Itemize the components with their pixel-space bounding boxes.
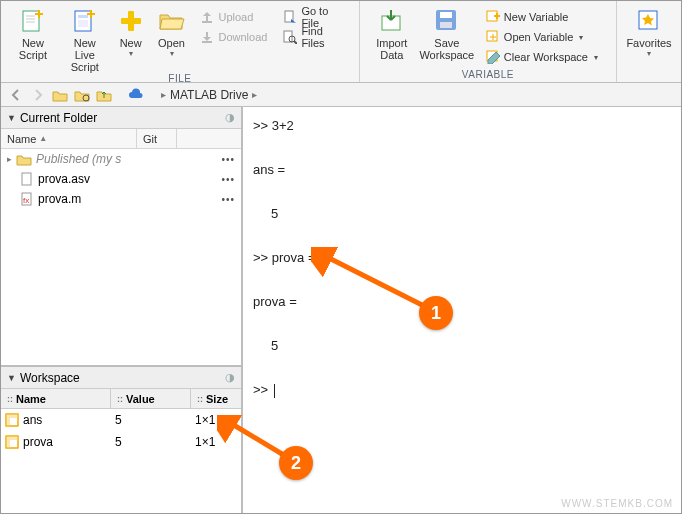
- script-plus-icon: [19, 7, 47, 35]
- col-git[interactable]: Git: [137, 129, 177, 148]
- folder-name: Published (my s: [36, 152, 121, 166]
- workspace-row[interactable]: ans 5 1×1: [1, 409, 241, 431]
- up-folder-button[interactable]: [51, 86, 69, 104]
- svg-rect-8: [78, 20, 88, 27]
- breadcrumb-sep-icon: ▸: [161, 89, 166, 100]
- find-files-button[interactable]: Find Files: [279, 27, 352, 47]
- open-variable-label: Open Variable: [504, 31, 574, 43]
- ws-col-name[interactable]: ::Name: [1, 389, 111, 408]
- col-name[interactable]: Name▲: [1, 129, 137, 148]
- workspace-title: Workspace: [20, 371, 80, 385]
- goto-file-icon: [283, 10, 297, 24]
- variable-icon: [5, 435, 19, 449]
- browse-folder-button[interactable]: [73, 86, 91, 104]
- panel-menu-icon[interactable]: ◑: [225, 371, 235, 384]
- row-menu-icon[interactable]: •••: [221, 154, 235, 165]
- annotation-badge-1: 1: [419, 296, 453, 330]
- watermark: WWW.STEMKB.COM: [561, 498, 673, 509]
- svg-rect-12: [128, 11, 134, 31]
- folder-row[interactable]: ▸ Published (my s •••: [1, 149, 241, 169]
- ws-var-name: prova: [23, 435, 115, 449]
- import-data-button[interactable]: ImportData: [366, 5, 418, 61]
- import-data-label: ImportData: [376, 37, 407, 61]
- current-folder-header[interactable]: ▼ Current Folder ◑: [1, 107, 241, 129]
- left-panels: ▼ Current Folder ◑ Name▲ Git ▸ Published…: [1, 107, 243, 513]
- open-label: Open: [158, 37, 185, 49]
- svg-rect-35: [6, 414, 10, 426]
- workspace-row[interactable]: prova 5 1×1: [1, 431, 241, 453]
- find-files-label: Find Files: [301, 25, 348, 49]
- breadcrumb-item[interactable]: MATLAB Drive: [170, 88, 248, 102]
- svg-rect-13: [202, 21, 212, 23]
- plus-icon: [117, 7, 145, 35]
- clear-workspace-icon: [486, 50, 500, 64]
- download-label: Download: [218, 31, 267, 43]
- upload-icon: [200, 10, 214, 24]
- ribbon-group-file-label: FILE: [1, 73, 359, 86]
- breadcrumb-sep-icon: ▸: [252, 89, 257, 100]
- ws-col-size[interactable]: ::Size: [191, 389, 241, 408]
- open-variable-button[interactable]: Open Variable: [482, 27, 602, 47]
- caret-down-icon: ▾: [170, 49, 174, 58]
- folder-level-button[interactable]: [95, 86, 113, 104]
- download-icon: [200, 30, 214, 44]
- current-folder-title: Current Folder: [20, 111, 97, 125]
- file-row[interactable]: fx prova.m •••: [1, 189, 241, 209]
- expand-icon[interactable]: ▸: [7, 154, 12, 164]
- new-label: New: [120, 37, 142, 49]
- ws-var-name: ans: [23, 413, 115, 427]
- row-menu-icon[interactable]: •••: [221, 174, 235, 185]
- panel-menu-icon[interactable]: ◑: [225, 111, 235, 124]
- svg-line-41: [323, 255, 426, 307]
- ws-col-value[interactable]: ::Value: [111, 389, 191, 408]
- svg-rect-25: [496, 13, 498, 19]
- row-menu-icon[interactable]: •••: [221, 194, 235, 205]
- ribbon-group-variable: ImportData SaveWorkspace New Variable Op…: [360, 1, 617, 82]
- file-row[interactable]: prova.asv •••: [1, 169, 241, 189]
- breadcrumb[interactable]: ▸ MATLAB Drive ▸: [157, 88, 261, 102]
- forward-button[interactable]: [29, 86, 47, 104]
- favorites-button[interactable]: Favorites ▾: [623, 5, 675, 58]
- file-list: ▸ Published (my s ••• prova.asv ••• fx p…: [1, 149, 241, 365]
- new-variable-icon: [486, 10, 500, 24]
- svg-rect-10: [90, 10, 92, 18]
- new-script-button[interactable]: NewScript: [7, 5, 59, 61]
- new-variable-label: New Variable: [504, 11, 569, 23]
- goto-file-button[interactable]: Go to File: [279, 7, 352, 27]
- ribbon-group-variable-label: VARIABLE: [360, 69, 616, 82]
- collapse-icon[interactable]: ▼: [7, 113, 16, 123]
- new-live-script-label: NewLive Script: [61, 37, 109, 73]
- svg-rect-7: [78, 15, 88, 18]
- cursor: [274, 384, 275, 398]
- open-variable-icon: [486, 30, 500, 44]
- new-live-script-button[interactable]: NewLive Script: [59, 5, 111, 73]
- ribbon-group-file: NewScript NewLive Script New ▾ Open: [1, 1, 360, 82]
- favorites-icon: [635, 7, 663, 35]
- svg-rect-22: [440, 22, 452, 28]
- file-icon: [20, 172, 34, 186]
- cloud-icon[interactable]: [127, 86, 145, 104]
- open-button[interactable]: Open ▾: [151, 5, 193, 58]
- new-button[interactable]: New ▾: [111, 5, 151, 58]
- back-button[interactable]: [7, 86, 25, 104]
- address-bar: ▸ MATLAB Drive ▸: [1, 83, 681, 107]
- clear-workspace-button[interactable]: Clear Workspace: [482, 47, 602, 67]
- save-workspace-button[interactable]: SaveWorkspace: [418, 5, 476, 61]
- download-button[interactable]: Download: [196, 27, 271, 47]
- mfile-icon: fx: [20, 192, 34, 206]
- workspace-panel: ▼ Workspace ◑ ::Name ::Value ::Size ans …: [1, 365, 241, 513]
- svg-rect-26: [487, 31, 497, 41]
- caret-down-icon: ▾: [647, 49, 651, 58]
- workspace-header[interactable]: ▼ Workspace ◑: [1, 367, 241, 389]
- upload-button[interactable]: Upload: [196, 7, 271, 27]
- collapse-icon[interactable]: ▼: [7, 373, 16, 383]
- clear-workspace-label: Clear Workspace: [504, 51, 588, 63]
- current-folder-columns: Name▲ Git: [1, 129, 241, 149]
- svg-rect-21: [440, 12, 452, 18]
- ribbon-toolbar: NewScript NewLive Script New ▾ Open: [1, 1, 681, 83]
- new-script-label: NewScript: [19, 37, 47, 61]
- svg-rect-39: [6, 436, 10, 448]
- ribbon-group-favorites: Favorites ▾: [617, 1, 681, 82]
- new-variable-button[interactable]: New Variable: [482, 7, 602, 27]
- caret-down-icon: ▾: [129, 49, 133, 58]
